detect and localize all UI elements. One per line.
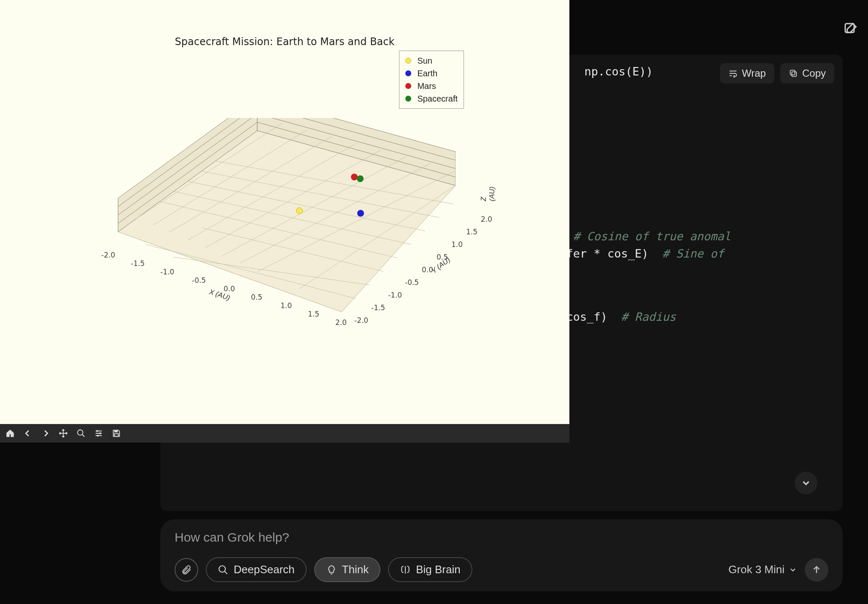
x-tick: -1.0 <box>160 268 174 276</box>
legend-swatch-sun <box>405 58 411 64</box>
grid-plane <box>105 118 456 316</box>
legend-swatch-spacecraft <box>405 96 411 102</box>
legend-label-sun: Sun <box>417 54 432 67</box>
axes-3d: -2.0 -1.5 -1.0 -0.5 0.0 0.5 1.0 1.5 2.0 … <box>105 118 456 316</box>
data-point-sun <box>296 207 303 214</box>
svg-rect-35 <box>114 434 118 436</box>
svg-point-32 <box>100 432 101 434</box>
y-tick: 2.0 <box>481 215 492 223</box>
y-tick: 1.5 <box>466 228 477 236</box>
bigbrain-label: Big Brain <box>416 563 461 576</box>
legend-label-spacecraft: Spacecraft <box>417 92 458 105</box>
x-tick: -0.5 <box>192 276 206 285</box>
copy-button[interactable]: Copy <box>780 63 834 83</box>
data-point-spacecraft <box>357 175 364 182</box>
think-button[interactable]: Think <box>314 557 381 582</box>
x-tick: 2.0 <box>335 318 347 327</box>
legend-item-mars: Mars <box>405 80 458 92</box>
model-selector[interactable]: Grok 3 Mini <box>728 563 797 576</box>
chat-input[interactable]: How can Grok help? <box>175 530 828 545</box>
chevron-down-icon <box>789 566 797 574</box>
model-label: Grok 3 Mini <box>728 563 784 576</box>
code-comment: # Radius <box>621 310 676 323</box>
save-button[interactable] <box>108 426 125 441</box>
configure-button[interactable] <box>90 426 107 441</box>
bigbrain-button[interactable]: Big Brain <box>388 557 472 582</box>
scroll-down-button[interactable] <box>795 472 817 494</box>
code-comment: # Sine of <box>662 247 724 260</box>
svg-rect-1 <box>792 72 796 76</box>
think-label: Think <box>342 563 369 576</box>
code-comment: # Cosine of true anomal <box>573 230 731 243</box>
search-icon <box>218 564 229 575</box>
deepsearch-button[interactable]: DeepSearch <box>206 557 307 582</box>
x-tick: 0.5 <box>251 293 262 301</box>
y-tick: -2.0 <box>354 316 368 325</box>
chart-legend: Sun Earth Mars Spacecraft <box>399 51 464 109</box>
y-tick: -0.5 <box>405 278 419 287</box>
back-button[interactable] <box>19 426 36 441</box>
forward-button[interactable] <box>37 426 54 441</box>
code-block-toolbar: Wrap Copy <box>720 63 834 83</box>
chat-input-bar: How can Grok help? DeepSearch Think Big … <box>160 519 843 591</box>
legend-label-mars: Mars <box>417 80 436 92</box>
svg-point-31 <box>97 430 98 432</box>
brain-icon <box>400 564 411 575</box>
y-tick: 1.0 <box>451 240 463 249</box>
wrap-icon <box>728 69 738 78</box>
svg-rect-34 <box>114 430 117 432</box>
edit-icon <box>843 21 858 36</box>
svg-point-36 <box>219 566 225 572</box>
zoom-button[interactable] <box>73 426 89 441</box>
wrap-label: Wrap <box>742 67 766 79</box>
deepsearch-label: DeepSearch <box>234 563 295 576</box>
x-tick: 0.0 <box>224 285 235 293</box>
y-tick: -1.0 <box>388 291 402 299</box>
x-tick: 1.0 <box>280 301 292 310</box>
attach-button[interactable] <box>175 558 198 582</box>
search-icon <box>76 429 86 438</box>
matplotlib-figure-window: Spacecraft Mission: Earth to Mars and Ba… <box>0 0 569 443</box>
send-button[interactable] <box>805 558 828 582</box>
home-button[interactable] <box>2 426 19 441</box>
pan-button[interactable] <box>55 426 72 441</box>
sliders-icon <box>94 429 103 438</box>
chevron-down-icon <box>801 478 811 489</box>
y-tick: -1.5 <box>371 303 385 312</box>
legend-item-earth: Earth <box>405 67 458 80</box>
copy-icon <box>789 69 798 78</box>
input-controls-row: DeepSearch Think Big Brain Grok 3 Mini <box>175 557 828 582</box>
legend-item-sun: Sun <box>405 54 458 67</box>
data-point-earth <box>357 210 364 217</box>
legend-swatch-mars <box>405 83 411 89</box>
copy-label: Copy <box>802 67 826 79</box>
x-tick: -2.0 <box>101 251 115 259</box>
code-fragment: np.cos(E)) <box>584 65 653 78</box>
wrap-button[interactable]: Wrap <box>720 63 774 83</box>
svg-line-30 <box>82 435 85 437</box>
x-tick: -1.5 <box>131 259 145 268</box>
lightbulb-icon <box>326 564 337 575</box>
save-icon <box>112 429 121 438</box>
svg-line-37 <box>224 571 227 574</box>
legend-label-earth: Earth <box>417 67 437 80</box>
move-icon <box>59 429 68 438</box>
home-icon <box>5 429 15 438</box>
x-tick: 1.5 <box>308 310 319 318</box>
z-axis-label: Z (AU) <box>480 187 496 201</box>
legend-item-spacecraft: Spacecraft <box>405 92 458 105</box>
paperclip-icon <box>181 564 192 575</box>
legend-swatch-earth <box>405 70 411 76</box>
arrow-left-icon <box>23 429 32 438</box>
svg-rect-2 <box>790 70 795 75</box>
matplotlib-toolbar <box>0 424 569 443</box>
figure-canvas[interactable]: Spacecraft Mission: Earth to Mars and Ba… <box>0 0 569 424</box>
chart-title: Spacecraft Mission: Earth to Mars and Ba… <box>175 36 395 48</box>
arrow-up-icon <box>811 564 822 575</box>
svg-point-29 <box>78 430 83 435</box>
arrow-right-icon <box>41 429 50 438</box>
new-chat-button[interactable] <box>843 21 860 39</box>
svg-point-33 <box>97 435 99 437</box>
